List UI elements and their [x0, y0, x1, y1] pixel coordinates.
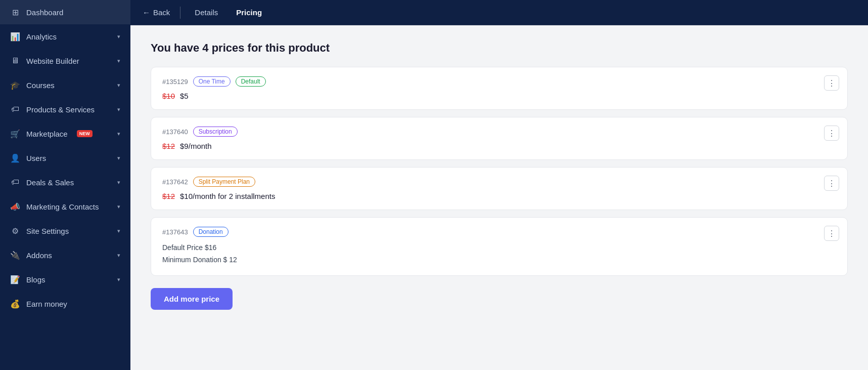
- more-options-button[interactable]: ⋮: [824, 226, 839, 241]
- price-new: $9/month: [180, 142, 212, 150]
- price-id: #135129: [162, 78, 188, 86]
- chevron-down-icon: ▾: [117, 179, 120, 186]
- content-area: You have 4 prices for this product #1351…: [130, 25, 868, 370]
- sidebar-label-earn-money: Earn money: [26, 300, 67, 308]
- chevron-down-icon: ▾: [117, 82, 120, 89]
- sidebar-label-marketing-contacts: Marketing & Contacts: [26, 202, 99, 211]
- sidebar-item-users[interactable]: 👤Users▾: [0, 146, 130, 170]
- sidebar-item-deals-sales[interactable]: 🏷Deals & Sales▾: [0, 170, 130, 194]
- chevron-down-icon: ▾: [117, 228, 120, 234]
- tab-details[interactable]: Details: [191, 6, 222, 19]
- products-services-icon: 🏷: [10, 104, 20, 114]
- sidebar-label-addons: Addons: [26, 251, 52, 260]
- add-more-price-button[interactable]: Add more price: [151, 288, 233, 310]
- chevron-down-icon: ▾: [117, 106, 120, 113]
- dashboard-icon: ⊞: [10, 7, 20, 17]
- chevron-down-icon: ▾: [117, 155, 120, 161]
- sidebar: ⊞Dashboard📊Analytics▾🖥Website Builder▾🎓C…: [0, 0, 130, 370]
- price-old: $12: [162, 192, 175, 200]
- price-id: #137640: [162, 128, 188, 136]
- price-card: #137643DonationDefault Price $16Minimum …: [151, 217, 848, 276]
- sidebar-item-earn-money[interactable]: 💰Earn money: [0, 292, 130, 316]
- back-arrow-icon: ←: [143, 8, 150, 17]
- price-id: #137642: [162, 178, 188, 186]
- price-card: #135129One TimeDefault$10$5⋮: [151, 67, 848, 110]
- sidebar-label-analytics: Analytics: [26, 32, 57, 41]
- tag-subscription: Subscription: [193, 127, 238, 137]
- sidebar-label-deals-sales: Deals & Sales: [26, 178, 74, 187]
- more-options-button[interactable]: ⋮: [824, 176, 839, 191]
- chevron-down-icon: ▾: [117, 203, 120, 210]
- chevron-down-icon: ▾: [117, 58, 120, 64]
- tag-donation: Donation: [193, 227, 229, 237]
- courses-icon: 🎓: [10, 80, 20, 90]
- sidebar-label-site-settings: Site Settings: [26, 227, 69, 235]
- sidebar-item-courses[interactable]: 🎓Courses▾: [0, 73, 130, 97]
- price-id: #137643: [162, 228, 188, 236]
- tag-split: Split Payment Plan: [193, 177, 255, 187]
- chevron-down-icon: ▾: [117, 33, 120, 40]
- back-label: Back: [153, 8, 170, 17]
- earn-money-icon: 💰: [10, 299, 20, 309]
- website-builder-icon: 🖥: [10, 56, 20, 66]
- topbar-divider: [180, 7, 180, 19]
- price-new: $10/month for 2 installments: [180, 192, 275, 200]
- topbar: ← Back Details Pricing: [130, 0, 868, 25]
- tag-onetime: One Time: [193, 76, 231, 87]
- addons-icon: 🔌: [10, 250, 20, 260]
- sidebar-item-products-services[interactable]: 🏷Products & Services▾: [0, 97, 130, 121]
- deals-sales-icon: 🏷: [10, 177, 20, 187]
- back-button[interactable]: ← Back: [143, 8, 170, 17]
- sidebar-label-courses: Courses: [26, 81, 55, 90]
- site-settings-icon: ⚙: [10, 226, 20, 236]
- marketplace-icon: 🛒: [10, 129, 20, 139]
- page-title: You have 4 prices for this product: [151, 42, 848, 55]
- new-badge: New: [77, 130, 93, 137]
- sidebar-item-addons[interactable]: 🔌Addons▾: [0, 243, 130, 267]
- chevron-down-icon: ▾: [117, 131, 120, 137]
- analytics-icon: 📊: [10, 31, 20, 42]
- more-options-button[interactable]: ⋮: [824, 126, 839, 141]
- sidebar-label-blogs: Blogs: [26, 275, 45, 284]
- price-old: $10: [162, 92, 175, 100]
- sidebar-item-marketing-contacts[interactable]: 📣Marketing & Contacts▾: [0, 194, 130, 219]
- sidebar-label-products-services: Products & Services: [26, 105, 95, 114]
- sidebar-item-blogs[interactable]: 📝Blogs▾: [0, 267, 130, 292]
- marketing-contacts-icon: 📣: [10, 201, 20, 212]
- price-card: #137642Split Payment Plan$12$10/month fo…: [151, 167, 848, 210]
- sidebar-item-dashboard[interactable]: ⊞Dashboard: [0, 0, 130, 24]
- sidebar-label-users: Users: [26, 154, 46, 162]
- chevron-down-icon: ▾: [117, 252, 120, 259]
- tag-default: Default: [236, 76, 266, 87]
- donation-info: Default Price $16Minimum Donation $ 12: [162, 242, 836, 266]
- chevron-down-icon: ▾: [117, 276, 120, 283]
- sidebar-item-site-settings[interactable]: ⚙Site Settings▾: [0, 219, 130, 243]
- tab-pricing[interactable]: Pricing: [232, 6, 266, 19]
- more-options-button[interactable]: ⋮: [824, 75, 839, 91]
- price-new: $5: [180, 92, 189, 100]
- main-area: ← Back Details Pricing You have 4 prices…: [130, 0, 868, 370]
- sidebar-label-marketplace: Marketplace: [26, 130, 68, 138]
- price-card: #137640Subscription$12$9/month⋮: [151, 117, 848, 160]
- price-cards-container: #135129One TimeDefault$10$5⋮#137640Subsc…: [151, 67, 848, 276]
- sidebar-item-website-builder[interactable]: 🖥Website Builder▾: [0, 49, 130, 73]
- sidebar-item-marketplace[interactable]: 🛒MarketplaceNew▾: [0, 121, 130, 146]
- users-icon: 👤: [10, 153, 20, 163]
- blogs-icon: 📝: [10, 274, 20, 284]
- sidebar-label-dashboard: Dashboard: [26, 8, 63, 17]
- sidebar-label-website-builder: Website Builder: [26, 57, 79, 65]
- sidebar-item-analytics[interactable]: 📊Analytics▾: [0, 24, 130, 49]
- price-old: $12: [162, 142, 175, 150]
